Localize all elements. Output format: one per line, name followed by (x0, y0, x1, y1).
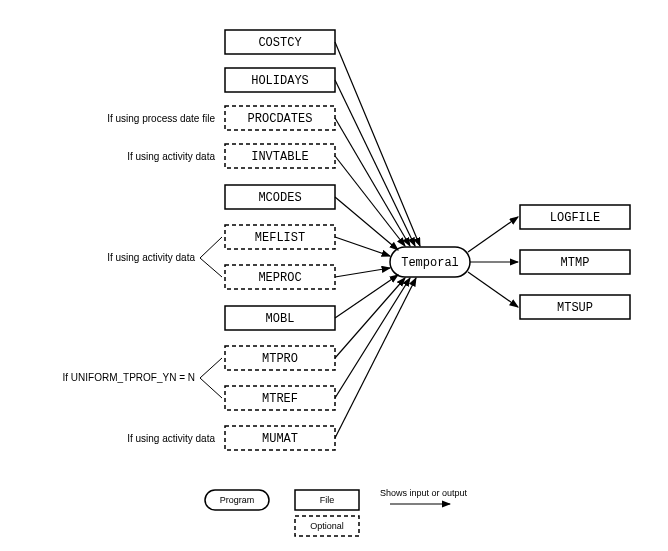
input-label-costcy: COSTCY (258, 36, 301, 50)
output-label-mtsup: MTSUP (557, 301, 593, 315)
input-mcodes: MCODES (225, 185, 335, 209)
input-mumat: MUMAT (225, 426, 335, 450)
cond-group-uniform: If UNIFORM_TPROF_YN = N (62, 358, 222, 398)
input-label-mtref: MTREF (262, 392, 298, 406)
cond-invtable: If using activity data (127, 151, 215, 162)
input-label-invtable: INVTABLE (251, 150, 309, 164)
legend-optional-label: Optional (310, 521, 344, 531)
output-logfile: LOGFILE (520, 205, 630, 229)
svg-line-13 (200, 358, 222, 378)
cond-procdates: If using process date file (107, 113, 215, 124)
output-label-mtmp: MTMP (561, 256, 590, 270)
output-label-logfile: LOGFILE (550, 211, 600, 225)
legend-file-label: File (320, 495, 335, 505)
input-meflist: MEFLIST (225, 225, 335, 249)
input-label-holidays: HOLIDAYS (251, 74, 309, 88)
input-mobl: MOBL (225, 306, 335, 330)
arrow-meproc (335, 268, 390, 277)
output-mtmp: MTMP (520, 250, 630, 274)
input-label-meflist: MEFLIST (255, 231, 305, 245)
input-label-mtpro: MTPRO (262, 352, 298, 366)
input-invtable: INVTABLE (225, 144, 335, 168)
arrow-costcy (335, 42, 420, 246)
arrow-procdates (335, 118, 410, 246)
input-label-meproc: MEPROC (258, 271, 301, 285)
arrow-out-logfile (468, 217, 518, 252)
cond-group-activity: If using activity data (107, 237, 222, 277)
input-label-procdates: PROCDATES (248, 112, 313, 126)
arrow-mtpro (335, 278, 405, 358)
input-mtref: MTREF (225, 386, 335, 410)
arrow-mcodes (335, 197, 398, 250)
svg-line-12 (200, 258, 222, 277)
svg-line-14 (200, 378, 222, 398)
arrow-meflist (335, 237, 390, 256)
svg-line-11 (200, 237, 222, 258)
cond-mumat: If using activity data (127, 433, 215, 444)
input-mtpro: MTPRO (225, 346, 335, 370)
input-meproc: MEPROC (225, 265, 335, 289)
cond-group-activity-label: If using activity data (107, 252, 195, 263)
arrow-mumat (335, 278, 416, 438)
program-label: Temporal (401, 256, 459, 270)
legend-program-label: Program (220, 495, 255, 505)
input-procdates: PROCDATES (225, 106, 335, 130)
legend-arrow-label: Shows input or output (380, 488, 468, 498)
legend: Program File Optional Shows input or out… (205, 488, 468, 536)
arrow-out-mtsup (468, 272, 518, 307)
input-costcy: COSTCY (225, 30, 335, 54)
input-label-mobl: MOBL (266, 312, 295, 326)
arrow-invtable (335, 156, 405, 246)
input-label-mumat: MUMAT (262, 432, 298, 446)
arrow-mtref (335, 278, 410, 398)
input-label-mcodes: MCODES (258, 191, 301, 205)
arrow-holidays (335, 80, 415, 246)
output-mtsup: MTSUP (520, 295, 630, 319)
cond-group-uniform-label: If UNIFORM_TPROF_YN = N (62, 372, 195, 383)
input-holidays: HOLIDAYS (225, 68, 335, 92)
